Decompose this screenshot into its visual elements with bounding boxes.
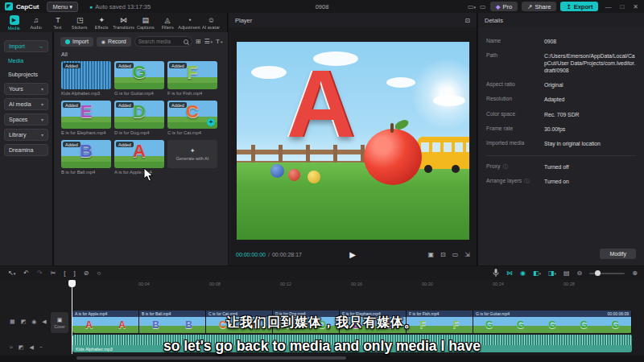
modify-button[interactable]: Modify: [600, 249, 636, 259]
import-button[interactable]: Import: [60, 37, 93, 47]
minimize-button[interactable]: —: [602, 3, 613, 10]
media-item-g-guitar[interactable]: AddedG G is for Guitar.mp4: [114, 61, 164, 96]
magnet-toggle-icon[interactable]: ⋈: [506, 269, 513, 277]
sidebar-item-spaces[interactable]: Spaces▾: [4, 113, 48, 125]
maximize-button[interactable]: □: [617, 3, 626, 10]
filmstrip-view-icon[interactable]: ▤: [564, 269, 570, 277]
tab-effects[interactable]: ✦Effects: [91, 16, 113, 30]
zoom-in-icon[interactable]: ⊕: [632, 269, 638, 277]
pro-button[interactable]: ◆Pro: [490, 2, 518, 11]
sidebar-item-ai-media[interactable]: AI media▾: [4, 98, 48, 110]
fullscreen-icon[interactable]: ⇲: [464, 251, 470, 258]
chevron-down-icon: ▾: [41, 86, 43, 92]
snap-toggle-icon[interactable]: ◧▾: [533, 269, 541, 277]
sidebar-item-media[interactable]: Media: [4, 56, 48, 66]
slider-knob[interactable]: [595, 270, 601, 276]
tab-adjustment[interactable]: ◔Adjustment: [179, 16, 200, 30]
media-item-kids-alphabet[interactable]: Added Kids Alphabet.mp3: [61, 61, 111, 96]
snapshot-icon[interactable]: ▣: [427, 251, 434, 258]
share-icon: ↗: [527, 3, 532, 10]
voiceover-mic-icon[interactable]: [493, 269, 499, 278]
sidebar-item-import[interactable]: Import→: [4, 40, 48, 52]
generate-with-ai-card[interactable]: ✦Generate with AI: [167, 140, 217, 175]
playhead-handle[interactable]: [68, 280, 76, 287]
section-label-all[interactable]: All: [61, 51, 68, 57]
export-button[interactable]: ↥Export: [560, 2, 598, 11]
divider: [486, 155, 636, 156]
layout-switch-icon[interactable]: ▭▾: [468, 3, 476, 10]
ratio-icon[interactable]: ▭: [452, 251, 459, 258]
ruler-tick: 00:08: [209, 282, 221, 286]
media-item-d-dog[interactable]: AddedD D is for Dog.mp4: [114, 101, 164, 135]
titlebar: ◤ CapCut Menu ▾ ● Auto saved 13:17:35 09…: [0, 0, 644, 13]
ripple-toggle-icon[interactable]: ◨▾: [548, 269, 556, 277]
preview-quality-icon[interactable]: ⊡: [440, 251, 446, 258]
link-toggle-icon[interactable]: ◉: [520, 269, 526, 277]
delete-icon[interactable]: ⊘: [84, 269, 89, 277]
added-badge: Added: [63, 102, 80, 108]
menu-button[interactable]: Menu ▾: [47, 2, 78, 12]
filters-icon: ◬: [165, 16, 171, 24]
sidebar-item-yours[interactable]: Yours▾: [4, 83, 48, 95]
search-input[interactable]: [138, 39, 181, 44]
media-item-a-apple[interactable]: AddedA A is for Apple.mp4: [114, 140, 164, 175]
detail-row-imported-media: Imported mediaStay in original location: [478, 136, 644, 150]
undo-icon[interactable]: ↶: [23, 269, 29, 277]
tab-captions[interactable]: ▤Captions: [134, 16, 156, 30]
trim-left-icon[interactable]: [: [64, 269, 65, 277]
details-panel: Details Name0908 PathC:/Users/Emerson/Ap…: [478, 13, 644, 265]
media-item-b-ball[interactable]: AddedB B is for Ball.mp4: [61, 140, 111, 175]
sidebar-item-subprojects[interactable]: Subprojects: [4, 69, 48, 80]
media-item-f-fish[interactable]: AddedF F is for Fish.mp4: [167, 61, 217, 96]
search-box[interactable]: [134, 36, 192, 47]
transitions-icon: ⋈: [120, 16, 127, 24]
ruler-tick: 00:24: [493, 282, 504, 286]
sort-icon[interactable]: ☰▾: [204, 38, 213, 45]
split-icon[interactable]: ✂: [51, 269, 56, 277]
sidebar-item-dreamina[interactable]: Dreamina: [4, 144, 48, 156]
detach-player-icon[interactable]: ⊡: [465, 17, 470, 24]
info-icon: ⓘ: [502, 163, 507, 171]
sidebar-item-library[interactable]: Library▾: [4, 129, 48, 141]
detail-row-arrange-layers: Arrange layersⓘTurned on: [478, 175, 644, 189]
tab-audio[interactable]: ♫Audio: [25, 16, 47, 30]
mask-icon[interactable]: ○: [97, 269, 101, 277]
tab-transitions[interactable]: ⋈Transitions: [113, 16, 134, 30]
tab-ai-avatar[interactable]: ☺AI avatar: [200, 16, 222, 30]
media-item-c-cat[interactable]: AddedC+ C is for Cat.mp4: [167, 101, 217, 135]
sparkle-icon: ✦: [190, 147, 196, 154]
red-ball: [288, 169, 300, 181]
apple-graphic: [364, 129, 422, 185]
share-button[interactable]: ↗Share: [522, 2, 556, 11]
media-item-e-elephant[interactable]: AddedE E is for Elephant.mp4: [61, 101, 111, 135]
horizontal-scrollbar[interactable]: [76, 356, 346, 360]
detail-row-name: Name0908: [478, 34, 644, 48]
panel-toggle-icon[interactable]: ▭: [480, 3, 486, 10]
diamond-icon: ◆: [496, 3, 501, 10]
autosave-status: ● Auto saved 13:17:35: [89, 3, 151, 10]
added-badge: Added: [63, 142, 80, 147]
zoom-out-icon[interactable]: ⊖: [577, 269, 583, 277]
player-panel: Player⊡ A 00:00:00:00 / 00:00:28:17 ▶ ▣ …: [229, 13, 477, 265]
filter-type-icon[interactable]: T▾: [216, 38, 222, 45]
tab-text[interactable]: TText: [47, 16, 68, 30]
add-to-timeline-button[interactable]: +: [207, 118, 215, 126]
cloud: [433, 95, 465, 106]
tab-stickers[interactable]: ◳Stickers: [69, 16, 91, 30]
trim-right-icon[interactable]: ]: [74, 269, 76, 277]
ruler-tick: 00:16: [351, 282, 362, 286]
ruler-tick: 00:12: [280, 282, 291, 286]
timeline-ruler[interactable]: 00:04 00:08 00:12 00:16 00:20 00:24 00:2…: [0, 280, 644, 289]
tab-filters[interactable]: ◬Filters: [157, 16, 179, 30]
detail-row-proxy: ProxyⓘTurned off: [478, 160, 644, 175]
close-button[interactable]: ✕: [630, 3, 641, 10]
select-tool-icon[interactable]: ↖▾: [8, 269, 15, 277]
timeline-toolbar: ↖▾ ↶ ↷ ✂ [ ] ⊘ ○ ⋈ ◉ ◧▾ ◨▾ ▤ ⊖ ⊕: [0, 266, 644, 280]
record-button[interactable]: ◉Record: [97, 37, 131, 47]
school-bus: [418, 137, 469, 169]
subtitle-english: so let's go back to media and only media…: [0, 338, 644, 355]
view-grid-icon[interactable]: ⊞: [196, 38, 201, 45]
tab-media[interactable]: ▶Media: [3, 15, 25, 31]
redo-icon[interactable]: ↷: [37, 269, 43, 277]
timeline-zoom-slider[interactable]: [589, 273, 625, 274]
